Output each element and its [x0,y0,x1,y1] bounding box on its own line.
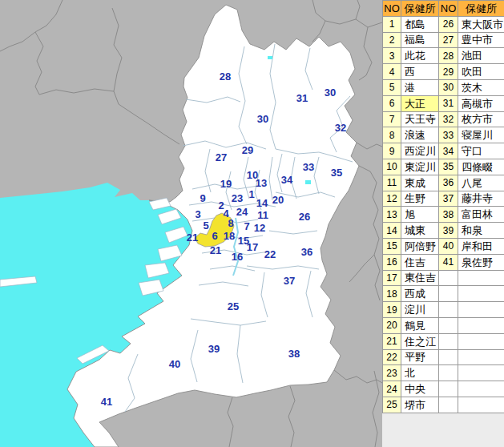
map-label-21[interactable]: 21 [210,244,221,256]
map-label-14[interactable]: 14 [256,197,268,209]
cell-health-center-name[interactable]: 港 [401,79,439,95]
cell-health-center-name [458,286,504,302]
map-label-28[interactable]: 28 [220,70,231,83]
cell-health-center-name[interactable]: 和泉 [458,223,504,239]
map-label-38[interactable]: 38 [288,348,300,360]
map-label-17[interactable]: 17 [247,241,258,253]
cell-health-center-name[interactable]: 東淀川 [401,159,439,175]
cell-health-center-name[interactable]: 鶴見 [401,317,439,333]
map-label-22[interactable]: 22 [264,248,276,260]
map-label-33[interactable]: 33 [303,161,314,173]
map-label-12[interactable]: 12 [254,222,265,234]
cell-health-center-name[interactable]: 東成 [401,175,439,191]
map-label-9[interactable]: 9 [200,192,205,204]
map-label-11[interactable]: 11 [257,209,268,221]
cell-health-center-name[interactable]: 平野 [401,349,439,365]
table-row: 11東成36八尾 [383,175,504,191]
cell-health-center-name[interactable]: 藤井寺 [458,191,504,207]
cell-health-center-name[interactable]: 寝屋川 [458,127,504,143]
cell-health-center-name[interactable]: 岸和田 [458,238,504,254]
map-label-32[interactable]: 32 [335,122,346,134]
map-label-40[interactable]: 40 [169,358,180,370]
map-label-27[interactable]: 27 [216,151,227,163]
cell-health-center-name[interactable]: 枚方市 [458,111,504,127]
cell-health-center-name[interactable]: 浪速 [401,127,439,143]
cell-health-center-name[interactable]: 西 [401,64,439,80]
cell-health-center-name[interactable]: 西成 [401,286,439,302]
map-label-36[interactable]: 36 [301,246,312,258]
cell-health-center-name [458,397,504,413]
map-label-25[interactable]: 25 [228,300,239,312]
cell-health-center-name[interactable]: 阿倍野 [401,238,439,254]
table-row: 6大正31高槻市 [383,95,504,111]
cell-health-center-name[interactable]: 池田 [458,48,504,64]
cell-health-center-name[interactable]: 富田林 [458,207,504,223]
cell-health-center-name[interactable]: 茨木 [458,79,504,95]
cell-no: 36 [439,175,458,191]
cell-no: 4 [383,64,401,80]
cell-health-center-name[interactable]: 東大阪市 [458,16,504,32]
map-label-31[interactable]: 31 [296,92,308,104]
map-label-23[interactable]: 23 [232,192,243,204]
table-row: 19淀川 [383,302,504,318]
map-label-13[interactable]: 13 [256,177,267,189]
map-label-1[interactable]: 1 [248,188,254,200]
cell-health-center-name[interactable]: 住之江 [401,333,439,349]
cell-health-center-name[interactable]: 四條畷 [458,159,504,175]
cell-health-center-name[interactable]: 堺市 [401,397,439,413]
cell-no: 1 [383,16,401,32]
cell-health-center-name[interactable]: 中央 [401,381,439,397]
map-label-8[interactable]: 8 [228,217,233,229]
cell-health-center-name[interactable]: 住吉 [401,254,439,270]
cell-health-center-name[interactable]: 西淀川 [401,143,439,159]
map-label-41[interactable]: 41 [101,396,112,408]
cell-no: 19 [383,302,401,318]
cell-health-center-name[interactable]: 豊中市 [458,32,504,48]
map-label-16[interactable]: 16 [232,251,243,263]
cell-health-center-name[interactable]: 福島 [401,32,439,48]
cell-health-center-name[interactable]: 八尾 [458,175,504,191]
map-label-21[interactable]: 21 [187,232,198,244]
map-label-26[interactable]: 26 [299,211,310,223]
cell-health-center-name[interactable]: 高槻市 [458,95,504,111]
cell-health-center-name[interactable]: 生野 [401,191,439,207]
table-row: 24中央 [383,381,504,397]
cell-health-center-name[interactable]: 城東 [401,223,439,239]
cell-no [439,270,458,286]
map-label-30[interactable]: 30 [325,87,336,99]
cell-health-center-name[interactable]: 東住吉 [401,270,439,286]
map-label-35[interactable]: 35 [331,167,342,179]
map-label-7[interactable]: 7 [244,220,249,232]
cell-health-center-name[interactable]: 旭 [401,207,439,223]
map-label-20[interactable]: 20 [272,194,284,206]
cell-health-center-name[interactable]: 吹田 [458,64,504,80]
cell-health-center-name[interactable]: 淀川 [401,302,439,318]
map-label-6[interactable]: 6 [212,230,217,242]
map-label-37[interactable]: 37 [284,275,295,287]
table-row: 21住之江 [383,333,504,349]
map-label-34[interactable]: 34 [281,174,293,186]
map-label-39[interactable]: 39 [208,343,220,355]
map-label-24[interactable]: 24 [236,206,248,218]
map-label-30[interactable]: 30 [257,113,268,125]
cell-no: 20 [383,317,401,333]
cell-no: 28 [439,48,458,64]
map-label-3[interactable]: 3 [195,208,200,220]
cell-no: 27 [439,32,458,48]
cell-health-center-name[interactable]: 大正 [401,95,439,111]
cell-no: 38 [439,207,458,223]
table-row: 1都島26東大阪市 [383,16,504,32]
map-label-29[interactable]: 29 [242,144,253,156]
map-label-18[interactable]: 18 [224,230,235,242]
cell-health-center-name[interactable]: 天王寺 [401,111,439,127]
table-row: 13旭38富田林 [383,207,504,223]
cell-health-center-name[interactable]: 守口 [458,143,504,159]
cell-health-center-name[interactable]: 都島 [401,16,439,32]
health-center-map-page: 2830313032292733351034131912392014224431… [0,0,504,447]
map-label-5[interactable]: 5 [203,219,208,232]
cell-no [439,286,458,302]
cell-health-center-name[interactable]: 此花 [401,48,439,64]
cell-health-center-name[interactable]: 泉佐野 [458,254,504,270]
cell-health-center-name[interactable]: 北 [401,365,439,381]
map-label-19[interactable]: 19 [220,178,232,190]
